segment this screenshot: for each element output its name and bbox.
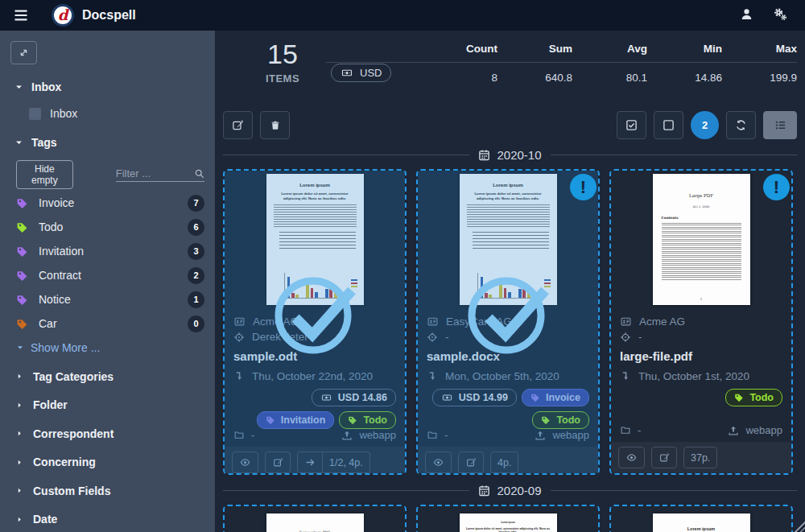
tag-label: Invitation bbox=[39, 245, 84, 258]
arrow-right-icon bbox=[305, 457, 316, 468]
preview-eye-button[interactable] bbox=[425, 452, 452, 473]
tag-count-badge: 6 bbox=[188, 219, 204, 236]
tag-badge-todo[interactable]: Todo bbox=[532, 411, 589, 429]
item-card-lorem-doc[interactable]: Lorem ipsum Lorem ipsum dolor sit amet, … bbox=[609, 505, 793, 532]
folder-value: - bbox=[444, 429, 448, 441]
page-count: 37p. bbox=[683, 447, 717, 468]
sidebar-item-date[interactable]: Date bbox=[16, 513, 204, 526]
item-date: Mon, October 5th, 2020 bbox=[445, 370, 559, 382]
inbox-checkbox[interactable] bbox=[29, 108, 41, 120]
item-card-large-file-pdf[interactable]: ! Large PDF Oct 1, 2020 Contents 1 Acme … bbox=[609, 169, 793, 475]
tag-icon bbox=[541, 415, 551, 425]
tag-label: Car bbox=[39, 317, 57, 330]
user-icon[interactable] bbox=[740, 7, 753, 24]
tag-icon bbox=[734, 393, 744, 402]
tag-filter-item-todo[interactable]: Todo 6 bbox=[16, 215, 204, 239]
stats-val-min: 14.86 bbox=[647, 63, 722, 84]
refresh-button[interactable] bbox=[726, 111, 756, 139]
item-name[interactable]: large-file.pdf bbox=[620, 349, 782, 363]
thumb-intro: Lorem ipsum dolor sit amet, consectetur … bbox=[466, 192, 551, 200]
items-count-label: ITEMS bbox=[254, 72, 312, 85]
tag-badge-todo[interactable]: Todo bbox=[725, 389, 782, 406]
tag-icon bbox=[530, 393, 540, 402]
concerning-crosshair-icon bbox=[620, 332, 631, 343]
item-card-keywords-pdf[interactable]: Keywords in PDF bbox=[223, 505, 407, 532]
sidebar-item-concerning[interactable]: Concerning bbox=[16, 456, 204, 468]
thumb-intro: Lorem ipsum dolor sit amet, consectetur … bbox=[273, 192, 357, 200]
tag-count-badge: 0 bbox=[188, 315, 204, 332]
card-footer: 4p. bbox=[418, 447, 598, 475]
item-name[interactable]: sample.docx bbox=[427, 349, 589, 363]
item-card-sample-docx[interactable]: ! Lorem ipsum Lorem ipsum dolor sit amet… bbox=[416, 169, 600, 475]
correspondent-idcard-icon bbox=[427, 316, 439, 327]
next-attachment-button[interactable] bbox=[297, 452, 323, 473]
tag-filter-item-invoice[interactable]: Invoice 7 bbox=[16, 191, 204, 215]
preview-eye-button[interactable] bbox=[618, 447, 645, 468]
select-all-button[interactable] bbox=[617, 111, 646, 139]
item-thumbnail: Lorem ipsum Lorem ipsum dolor sit amet, … bbox=[418, 506, 598, 532]
item-card-lorem-doc[interactable]: Lorem ipsum Lorem ipsum dolor sit amet, … bbox=[416, 505, 600, 532]
edit-selected-button[interactable] bbox=[223, 111, 253, 139]
upload-source-icon bbox=[341, 430, 353, 441]
edit-item-button[interactable] bbox=[651, 447, 677, 468]
tag-badge-invitation[interactable]: Invitation bbox=[257, 411, 335, 429]
tag-icon bbox=[16, 318, 28, 330]
select-none-button[interactable] bbox=[654, 111, 683, 139]
sidebar-item-custom-fields[interactable]: Custom Fields bbox=[16, 485, 204, 497]
item-name[interactable]: sample.odt bbox=[233, 349, 396, 363]
settings-cogs-icon[interactable] bbox=[773, 6, 787, 24]
item-date-icon bbox=[620, 370, 631, 382]
chevron-right-icon bbox=[16, 458, 23, 467]
source-value: webapp bbox=[745, 424, 782, 436]
tag-filter-item-car[interactable]: Car 0 bbox=[16, 311, 204, 336]
upload-source-icon bbox=[535, 430, 546, 441]
selected-count-badge: 2 bbox=[691, 111, 719, 139]
stats-col-max: Max bbox=[722, 43, 797, 62]
tag-filter-item-invitation[interactable]: Invitation 3 bbox=[16, 239, 204, 263]
tag-filter-input[interactable] bbox=[116, 167, 194, 179]
tag-filter-item-notice[interactable]: Notice 1 bbox=[16, 287, 204, 311]
sidebar-item-folder[interactable]: Folder bbox=[16, 398, 204, 411]
show-more-tags[interactable]: Show More ... bbox=[16, 341, 204, 354]
card-footer: 37p. bbox=[611, 442, 791, 473]
sidebar-item-correspondent[interactable]: Correspondent bbox=[16, 427, 204, 440]
tag-filter-item-contract[interactable]: Contract 2 bbox=[16, 263, 204, 287]
selection-toolbar: 2 bbox=[223, 111, 797, 139]
money-bill-icon bbox=[441, 393, 453, 402]
tag-icon bbox=[16, 245, 28, 258]
app-title: Docspell bbox=[82, 8, 136, 23]
item-card-row: Lorem ipsum Lorem ipsum dolor sit amet, … bbox=[223, 169, 797, 475]
list-view-toggle-button[interactable] bbox=[763, 111, 797, 139]
amount-badge: USD 14.86 bbox=[312, 389, 396, 406]
stats-col-sum: Sum bbox=[497, 43, 572, 62]
month-group-label: 2020-10 bbox=[497, 148, 541, 162]
preview-eye-button[interactable] bbox=[232, 452, 258, 473]
money-bill-icon bbox=[320, 393, 332, 402]
inbox-section-header[interactable]: Inbox bbox=[14, 80, 204, 93]
search-icon bbox=[194, 168, 204, 179]
thumb-heading: Contents bbox=[662, 216, 741, 220]
folder-value: - bbox=[251, 429, 254, 441]
delete-selected-button[interactable] bbox=[260, 111, 290, 139]
tag-badge-todo[interactable]: Todo bbox=[339, 411, 396, 429]
edit-item-button[interactable] bbox=[458, 452, 484, 473]
stats-val-avg: 80.1 bbox=[572, 63, 647, 84]
concerning-person: Derek Jeter bbox=[252, 331, 308, 343]
item-card-sample-odt[interactable]: Lorem ipsum Lorem ipsum dolor sit amet, … bbox=[223, 169, 407, 475]
tags-section-header[interactable]: Tags bbox=[14, 136, 204, 149]
tag-count-badge: 1 bbox=[188, 291, 204, 308]
collapse-sidebar-button[interactable] bbox=[10, 41, 37, 64]
inbox-item-label: Inbox bbox=[50, 107, 77, 120]
stats-val-sum: 640.8 bbox=[497, 63, 572, 84]
correspondent-idcard-icon bbox=[620, 316, 632, 327]
upload-source-icon bbox=[728, 425, 739, 436]
menu-hamburger-icon[interactable] bbox=[11, 6, 31, 25]
sidebar-item-tag-categories[interactable]: Tag Categories bbox=[16, 370, 204, 383]
correspondent: EasyCare AG bbox=[446, 315, 512, 328]
tag-badge-invoice[interactable]: Invoice bbox=[522, 389, 589, 406]
thumb-intro: Lorem ipsum dolor sit amet, consectetur … bbox=[465, 527, 551, 532]
item-list-main: 15 ITEMS USD Count Sum Avg Min Max 8 640… bbox=[215, 31, 805, 532]
inbox-checkbox-row[interactable]: Inbox bbox=[29, 107, 204, 120]
hide-empty-button[interactable]: Hide empty bbox=[16, 160, 73, 189]
edit-item-button[interactable] bbox=[265, 452, 291, 473]
